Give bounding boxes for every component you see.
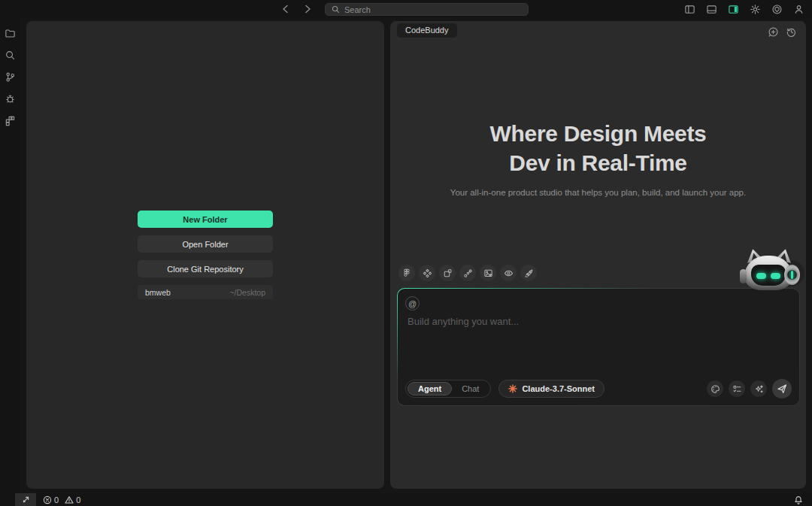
hero-title-line1: Where Design Meets (489, 121, 706, 146)
toggle-panel-left-icon[interactable] (683, 3, 695, 15)
warning-count: 0 (76, 495, 80, 504)
hero-title-line2: Dev in Real-Time (509, 150, 686, 175)
explorer-folder-icon[interactable] (0, 27, 20, 39)
search-icon (332, 5, 340, 14)
window-controls (683, 0, 804, 18)
remote-connect-icon[interactable] (15, 493, 36, 506)
welcome-actions: New Folder Open Folder Clone Git Reposit… (138, 211, 273, 299)
components-icon[interactable] (419, 265, 435, 281)
mode-chat[interactable]: Chat (452, 382, 489, 395)
clone-git-repository-button[interactable]: Clone Git Repository (138, 260, 273, 277)
robot-visor (751, 265, 786, 286)
chat-toolbar (398, 265, 537, 281)
toggle-panel-bottom-icon[interactable] (705, 3, 717, 15)
sparkles-icon[interactable] (750, 380, 767, 397)
recent-folder-item[interactable]: bmweb ~/Desktop (138, 285, 273, 299)
hero-subtitle: Your all-in-one product studio that help… (390, 188, 806, 197)
robot-mascot (739, 249, 799, 297)
notifications-bell-icon[interactable] (794, 495, 803, 504)
chat-header-actions (768, 26, 797, 38)
mode-toggle: Agent Chat (405, 380, 491, 398)
hero-title: Where Design Meets Dev in Real-Time (390, 119, 806, 177)
problems-indicator[interactable]: 0 0 (43, 495, 84, 504)
send-button[interactable] (772, 379, 792, 398)
image-upload-icon[interactable] (480, 265, 496, 281)
recent-folder-name: bmweb (145, 288, 171, 297)
recent-folder-path: ~/Desktop (229, 288, 265, 297)
history-navigation (280, 0, 313, 18)
open-folder-button[interactable]: Open Folder (138, 235, 273, 253)
chat-prompt-input[interactable] (408, 316, 708, 362)
error-circle-icon (43, 495, 52, 504)
toggle-panel-right-icon[interactable] (727, 3, 739, 15)
title-bar (0, 0, 812, 18)
hero-section: Where Design Meets Dev in Real-Time Your… (390, 119, 806, 197)
status-bar: 0 0 (0, 493, 812, 506)
source-control-icon[interactable] (0, 71, 20, 83)
history-icon[interactable] (786, 26, 797, 38)
connect-nodes-icon[interactable] (459, 265, 476, 281)
warning-triangle-icon (65, 495, 74, 504)
search-sidebar-icon[interactable] (0, 49, 20, 61)
error-count: 0 (54, 495, 59, 504)
mode-agent[interactable]: Agent (408, 382, 452, 395)
robot-eye-right (771, 273, 780, 279)
new-chat-icon[interactable] (768, 26, 779, 38)
settings-gear-icon[interactable] (749, 3, 761, 15)
palette-icon[interactable] (707, 380, 723, 397)
chat-input-box: @ Agent Chat Claude-3.7-Sonnet (397, 288, 800, 406)
run-debug-icon[interactable] (0, 92, 20, 105)
codebuddy-chat-panel: CodeBuddy Where Design Meets Dev in Real… (390, 21, 806, 489)
codebuddy-tab[interactable]: CodeBuddy (397, 23, 457, 38)
blocks-icon[interactable] (439, 265, 456, 281)
global-search[interactable] (325, 3, 529, 16)
extensions-icon[interactable] (0, 114, 20, 126)
claude-starburst-icon (508, 384, 517, 393)
robot-earmuff-left (740, 269, 747, 283)
checklist-icon[interactable] (729, 380, 745, 397)
editor-welcome-panel: New Folder Open Folder Clone Git Reposit… (26, 21, 384, 489)
new-folder-button[interactable]: New Folder (138, 211, 273, 228)
model-name: Claude-3.7-Sonnet (522, 384, 595, 393)
input-action-buttons (707, 379, 792, 398)
account-person-icon[interactable] (792, 3, 804, 15)
back-button[interactable] (280, 4, 290, 14)
model-selector[interactable]: Claude-3.7-Sonnet (498, 380, 604, 398)
activity-bar (0, 18, 20, 493)
figma-icon[interactable] (398, 265, 415, 281)
shield-globe-icon[interactable] (771, 3, 783, 15)
chat-input-controls: Agent Chat Claude-3.7-Sonnet (405, 379, 792, 398)
forward-button[interactable] (302, 4, 313, 14)
mention-button[interactable]: @ (405, 296, 420, 311)
rocket-icon[interactable] (520, 265, 537, 281)
robot-eye-left (756, 273, 766, 279)
preview-eye-icon[interactable] (500, 265, 517, 281)
search-input[interactable] (344, 5, 522, 14)
robot-earmuff-right (784, 265, 800, 285)
